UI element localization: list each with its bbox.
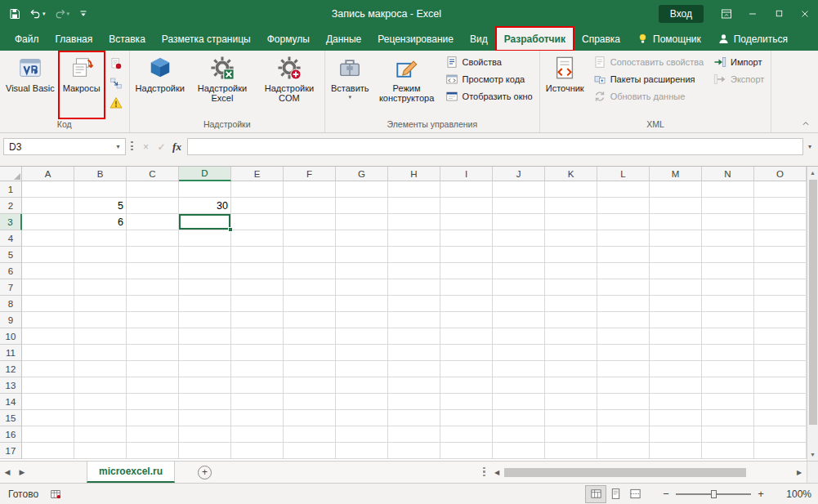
normal-view-button[interactable] — [586, 486, 606, 502]
cell-G16[interactable] — [336, 426, 388, 443]
cell-G9[interactable] — [336, 312, 388, 328]
cell-N5[interactable] — [702, 247, 754, 263]
row-header-2[interactable]: 2 — [0, 198, 22, 214]
tab-help[interactable]: Справка — [574, 27, 628, 51]
cell-G6[interactable] — [336, 263, 388, 279]
cell-I8[interactable] — [440, 296, 493, 312]
redo-button[interactable]: ▾ — [52, 6, 72, 21]
cell-B2[interactable]: 5 — [74, 198, 127, 214]
cell-O15[interactable] — [754, 410, 807, 426]
cell-C16[interactable] — [127, 426, 179, 443]
cell-H1[interactable] — [388, 181, 440, 198]
cell-O16[interactable] — [754, 426, 807, 443]
cell-N15[interactable] — [702, 410, 754, 426]
cell-E9[interactable] — [231, 312, 284, 328]
insert-function-button[interactable]: fx — [169, 140, 185, 154]
cell-C3[interactable] — [127, 214, 179, 230]
cell-C5[interactable] — [127, 247, 179, 263]
cell-I11[interactable] — [440, 345, 493, 361]
insert-controls-button[interactable]: Вставить▾ — [327, 51, 373, 118]
horizontal-scroll-track[interactable] — [503, 467, 793, 478]
zoom-level[interactable]: 100% — [774, 488, 811, 500]
cell-N13[interactable] — [702, 377, 754, 394]
cell-C13[interactable] — [127, 377, 179, 394]
cell-I14[interactable] — [440, 394, 493, 410]
cell-K1[interactable] — [545, 181, 597, 198]
cell-G2[interactable] — [336, 198, 388, 214]
horizontal-scroll-thumb[interactable] — [504, 468, 746, 477]
cell-D15[interactable] — [179, 410, 231, 426]
macro-record-button[interactable] — [50, 488, 61, 500]
cell-I15[interactable] — [440, 410, 493, 426]
zoom-out-button[interactable]: − — [658, 488, 674, 500]
cell-I9[interactable] — [440, 312, 493, 328]
cell-M17[interactable] — [650, 443, 702, 459]
cell-M9[interactable] — [650, 312, 702, 328]
cell-D5[interactable] — [179, 247, 231, 263]
cell-I2[interactable] — [440, 198, 493, 214]
row-header-11[interactable]: 11 — [0, 345, 22, 361]
cell-A16[interactable] — [22, 426, 74, 443]
cell-I7[interactable] — [440, 279, 493, 296]
page-layout-view-button[interactable] — [606, 486, 625, 502]
cell-B17[interactable] — [74, 443, 127, 459]
cell-H14[interactable] — [388, 394, 440, 410]
column-header-C[interactable]: C — [127, 167, 179, 181]
export-button[interactable]: Экспорт — [712, 73, 766, 86]
com-add-ins-button[interactable]: Надстройки COM — [256, 51, 323, 118]
cell-B3[interactable]: 6 — [74, 214, 127, 230]
cell-J9[interactable] — [493, 312, 545, 328]
cell-C15[interactable] — [127, 410, 179, 426]
save-button[interactable] — [7, 6, 23, 22]
tab-scroll-splitter[interactable] — [483, 467, 485, 478]
cell-J2[interactable] — [493, 198, 545, 214]
cell-O2[interactable] — [754, 198, 807, 214]
run-dialog-button[interactable]: Отобразить окно — [444, 90, 534, 103]
cell-B7[interactable] — [74, 279, 127, 296]
cell-L17[interactable] — [597, 443, 650, 459]
column-header-A[interactable]: A — [22, 167, 74, 181]
cell-F10[interactable] — [284, 328, 336, 345]
column-header-J[interactable]: J — [493, 167, 545, 181]
cell-K12[interactable] — [545, 361, 597, 377]
row-header-3[interactable]: 3 — [0, 214, 22, 230]
tab-share[interactable]: Поделиться — [709, 27, 796, 51]
cell-O5[interactable] — [754, 247, 807, 263]
relative-references-button[interactable] — [108, 76, 124, 90]
cell-C7[interactable] — [127, 279, 179, 296]
cell-I1[interactable] — [440, 181, 493, 198]
cell-J16[interactable] — [493, 426, 545, 443]
cell-A14[interactable] — [22, 394, 74, 410]
cell-D7[interactable] — [179, 279, 231, 296]
cell-A2[interactable] — [22, 198, 74, 214]
cell-O13[interactable] — [754, 377, 807, 394]
cell-G11[interactable] — [336, 345, 388, 361]
row-header-1[interactable]: 1 — [0, 181, 22, 198]
cell-L12[interactable] — [597, 361, 650, 377]
cell-A11[interactable] — [22, 345, 74, 361]
scroll-left-icon[interactable]: ◀ — [491, 469, 503, 476]
cell-M4[interactable] — [650, 230, 702, 247]
xml-source-button[interactable]: Источник — [542, 51, 588, 118]
cell-E7[interactable] — [231, 279, 284, 296]
cell-H7[interactable] — [388, 279, 440, 296]
cell-N6[interactable] — [702, 263, 754, 279]
cell-A15[interactable] — [22, 410, 74, 426]
cell-F16[interactable] — [284, 426, 336, 443]
cell-H11[interactable] — [388, 345, 440, 361]
cell-H4[interactable] — [388, 230, 440, 247]
cell-G1[interactable] — [336, 181, 388, 198]
cell-L7[interactable] — [597, 279, 650, 296]
cell-N7[interactable] — [702, 279, 754, 296]
cell-J6[interactable] — [493, 263, 545, 279]
cell-M16[interactable] — [650, 426, 702, 443]
cell-B15[interactable] — [74, 410, 127, 426]
name-box[interactable]: D3 ▾ — [3, 138, 126, 155]
cell-L5[interactable] — [597, 247, 650, 263]
cell-M13[interactable] — [650, 377, 702, 394]
cell-N9[interactable] — [702, 312, 754, 328]
cell-H8[interactable] — [388, 296, 440, 312]
cell-H12[interactable] — [388, 361, 440, 377]
cell-D12[interactable] — [179, 361, 231, 377]
record-macro-button[interactable] — [108, 56, 124, 70]
